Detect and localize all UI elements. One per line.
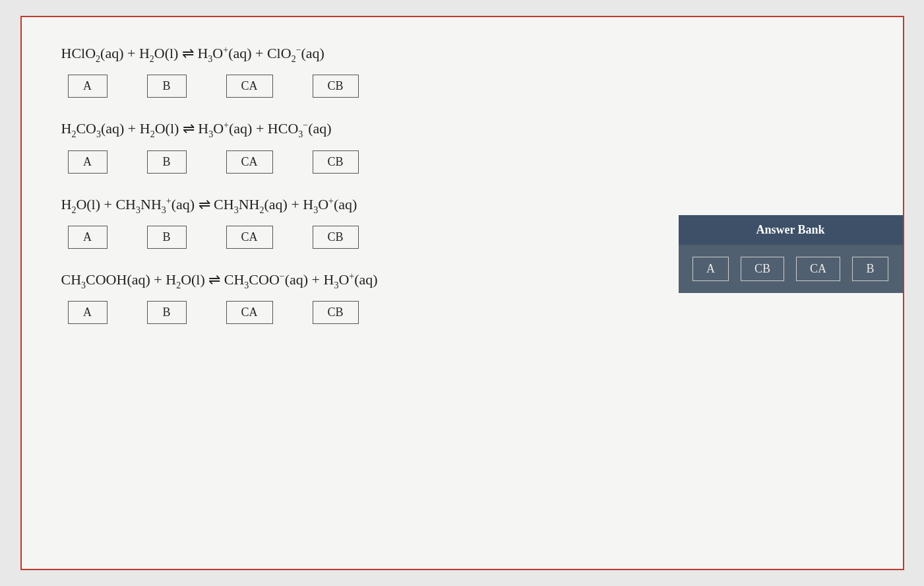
answer-box-4-ca[interactable]: CA — [226, 301, 273, 324]
equation-text-2: H2CO3(aq) + H2O(l) ⇌ H3O+(aq) + HCO3−(aq… — [61, 119, 863, 141]
answer-bank-item-a[interactable]: A — [693, 257, 729, 281]
answer-box-3-a[interactable]: A — [68, 226, 108, 249]
answer-bank-item-ca[interactable]: CA — [796, 257, 840, 281]
answer-row-4: ABCACB — [68, 301, 863, 324]
answer-box-2-ca[interactable]: CA — [226, 150, 273, 174]
answer-bank-title: Answer Bank — [679, 215, 903, 245]
answer-box-2-b[interactable]: B — [147, 150, 187, 174]
answer-bank-item-cb[interactable]: CB — [741, 257, 784, 281]
equation-block-2: H2CO3(aq) + H2O(l) ⇌ H3O+(aq) + HCO3−(aq… — [61, 119, 863, 173]
equation-block-1: HClO2(aq) + H2O(l) ⇌ H3O+(aq) + ClO2−(aq… — [61, 44, 863, 98]
answer-bank-item-b[interactable]: B — [852, 257, 888, 281]
answer-box-2-a[interactable]: A — [68, 150, 108, 174]
answer-box-1-ca[interactable]: CA — [226, 75, 273, 98]
answer-box-3-ca[interactable]: CA — [226, 226, 273, 249]
equation-text-3: H2O(l) + CH3NH3+(aq) ⇌ CH3NH2(aq) + H3O+… — [61, 195, 863, 216]
answer-box-4-a[interactable]: A — [68, 301, 108, 324]
answer-bank-body: A CB CA B — [679, 245, 903, 293]
answer-box-3-cb[interactable]: CB — [313, 226, 359, 249]
answer-box-2-cb[interactable]: CB — [313, 150, 359, 174]
answer-box-4-b[interactable]: B — [147, 301, 187, 324]
answer-row-1: ABCACB — [68, 75, 863, 98]
answer-row-2: ABCACB — [68, 150, 863, 174]
answer-box-3-b[interactable]: B — [147, 226, 187, 249]
main-container: HClO2(aq) + H2O(l) ⇌ H3O+(aq) + ClO2−(aq… — [20, 16, 904, 570]
answer-box-1-b[interactable]: B — [147, 75, 187, 98]
answer-box-1-a[interactable]: A — [68, 75, 108, 98]
answer-box-1-cb[interactable]: CB — [313, 75, 359, 98]
equation-text-1: HClO2(aq) + H2O(l) ⇌ H3O+(aq) + ClO2−(aq… — [61, 44, 863, 65]
answer-box-4-cb[interactable]: CB — [313, 301, 359, 324]
answer-bank-panel: Answer Bank A CB CA B — [679, 215, 903, 293]
